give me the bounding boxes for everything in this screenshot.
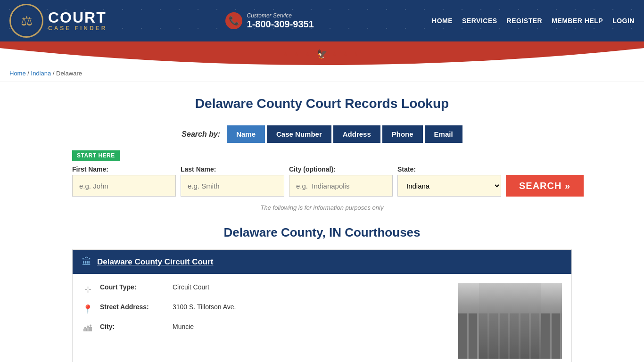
courthouses-title: Delaware County, IN Courthouses [72, 225, 572, 240]
logo-emblem: ⚖ [9, 4, 43, 38]
tab-phone[interactable]: Phone [382, 125, 423, 143]
logo-area: ⚖ COURT CASE FINDER [9, 4, 107, 38]
search-form: First Name: Last Name: City (optional): … [72, 165, 572, 197]
nav-member-help[interactable]: MEMBER HELP [552, 17, 603, 25]
tab-name[interactable]: Name [227, 125, 265, 143]
city-row: 🏙 City: Muncie [82, 323, 449, 334]
start-here-label: START HERE [72, 150, 120, 161]
stars-right: ★ ★ ★ [332, 51, 361, 58]
search-section: Search by: Name Case Number Address Phon… [72, 125, 572, 211]
tab-case-number[interactable]: Case Number [267, 125, 331, 143]
main-content: Delaware County Court Records Lookup Sea… [63, 82, 581, 362]
courthouse-card-body: ⊹ Court Type: Circuit Court 📍 Street Add… [73, 274, 571, 362]
search-by-row: Search by: Name Case Number Address Phon… [72, 125, 572, 143]
breadcrumb-state[interactable]: Indiana [31, 70, 51, 77]
breadcrumb-sep2: / [53, 70, 56, 77]
stars-left: ★ ★ ★ [283, 51, 312, 58]
city-group: City (optional): [289, 165, 393, 197]
first-name-label: First Name: [72, 165, 176, 173]
customer-service: 📞 Customer Service 1-800-309-9351 [225, 12, 314, 30]
main-nav: HOME SERVICES REGISTER MEMBER HELP LOGIN [432, 17, 635, 25]
courthouse-name-link[interactable]: Delaware County Circuit Court [97, 257, 214, 267]
breadcrumb: Home / Indiana / Delaware [0, 65, 644, 82]
logo-casefinder-label: CASE FINDER [48, 25, 107, 32]
court-type-row: ⊹ Court Type: Circuit Court [82, 283, 449, 295]
phone-icon: 📞 [225, 12, 242, 29]
breadcrumb-county: Delaware [56, 70, 82, 77]
nav-register[interactable]: REGISTER [507, 17, 543, 25]
start-here-badge: START HERE [72, 150, 572, 165]
site-header: ⚖ COURT CASE FINDER 📞 Customer Service 1… [0, 0, 644, 41]
tab-email[interactable]: Email [425, 125, 462, 143]
court-type-icon: ⊹ [82, 284, 93, 295]
courthouse-details: ⊹ Court Type: Circuit Court 📍 Street Add… [82, 283, 449, 359]
city-detail-value: Muncie [173, 323, 194, 330]
courthouse-card: 🏛 Delaware County Circuit Court ⊹ Court … [72, 249, 572, 362]
state-label: State: [397, 165, 501, 173]
eagle-icon: 🦅 [317, 49, 327, 59]
customer-service-phone: 1-800-309-9351 [247, 19, 314, 30]
eagle-banner-container: ★ ★ ★ 🦅 ★ ★ ★ [0, 48, 644, 65]
customer-service-label: Customer Service [247, 12, 314, 19]
courthouse-image [458, 283, 562, 359]
first-name-input[interactable] [72, 175, 176, 197]
search-button[interactable]: SEARCH » [506, 175, 584, 197]
city-input[interactable] [289, 175, 393, 197]
street-address-value: 3100 S. Tillotson Ave. [173, 303, 236, 311]
state-select[interactable]: Indiana Alabama Alaska Arizona Arkansas … [397, 175, 501, 197]
search-by-label: Search by: [182, 130, 220, 139]
breadcrumb-sep1: / [27, 70, 31, 77]
street-address-row: 📍 Street Address: 3100 S. Tillotson Ave. [82, 303, 449, 314]
page-title: Delaware County Court Records Lookup [72, 96, 572, 111]
tab-address[interactable]: Address [333, 125, 380, 143]
city-label: City (optional): [289, 165, 393, 173]
courthouse-card-header: 🏛 Delaware County Circuit Court [73, 250, 571, 274]
city-detail-label: City: [100, 323, 166, 330]
street-address-label: Street Address: [100, 303, 166, 311]
court-type-value: Circuit Court [173, 283, 209, 291]
city-icon: 🏙 [82, 324, 93, 334]
last-name-group: Last Name: [181, 165, 284, 197]
state-group: State: Indiana Alabama Alaska Arizona Ar… [397, 165, 501, 197]
address-icon: 📍 [82, 304, 93, 314]
courthouse-icon: 🏛 [82, 256, 91, 267]
info-note: The following is for information purpose… [72, 204, 572, 211]
last-name-label: Last Name: [181, 165, 284, 173]
breadcrumb-home[interactable]: Home [9, 70, 26, 77]
court-type-label: Court Type: [100, 283, 166, 291]
eagle-row: ★ ★ ★ 🦅 ★ ★ ★ [0, 48, 644, 59]
first-name-group: First Name: [72, 165, 176, 197]
nav-login[interactable]: LOGIN [612, 17, 635, 25]
red-top-bar [0, 41, 644, 48]
customer-service-text: Customer Service 1-800-309-9351 [247, 12, 314, 30]
logo-text: COURT CASE FINDER [48, 10, 107, 32]
nav-services[interactable]: SERVICES [462, 17, 497, 25]
last-name-input[interactable] [181, 175, 284, 197]
building-illustration [458, 283, 562, 359]
logo-court-label: COURT [48, 10, 107, 25]
nav-home[interactable]: HOME [432, 17, 453, 25]
